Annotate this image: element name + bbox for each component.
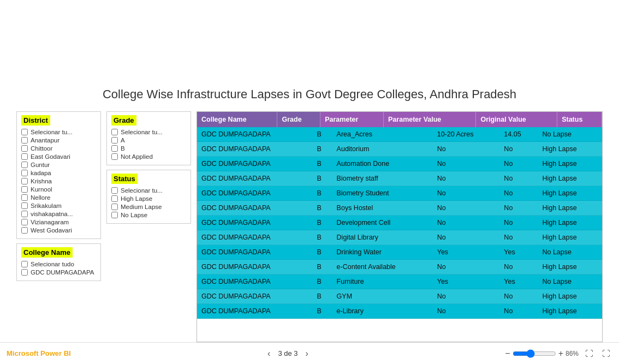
bottom-right-controls: − + 86% ⛶ ⛶ xyxy=(505,348,612,359)
table-row: GDC DUMPAGADAPABBoys HostelNoNoHigh Laps… xyxy=(197,201,602,216)
status-cell: High Lapse xyxy=(538,171,602,186)
table-row: GDC DUMPAGADAPABDigital LibraryNoNoHigh … xyxy=(197,230,602,245)
district-filter-title: District xyxy=(21,115,50,126)
district-checkbox-6[interactable] xyxy=(21,178,28,184)
district-checkbox-5[interactable] xyxy=(21,170,28,176)
table-row: GDC DUMPAGADAPABAutomation DoneNoNoHigh … xyxy=(197,157,602,171)
status-cell: High Lapse xyxy=(538,157,602,171)
district-checkbox-12[interactable] xyxy=(21,227,28,234)
col-header-college: College Name xyxy=(197,112,277,127)
table-row: GDC DUMPAGADAPABDevelopment CellNoNoHigh… xyxy=(197,216,602,230)
grade-checkbox-0[interactable] xyxy=(111,129,118,135)
page-title: College Wise Infrastructure Lapses in Go… xyxy=(16,87,603,102)
col-header-parameter: Parameter xyxy=(320,112,384,127)
district-checkbox-1[interactable] xyxy=(21,137,28,144)
college-filter-title: College Name xyxy=(21,247,73,258)
district-checkbox-4[interactable] xyxy=(21,162,28,168)
col-header-status: Status xyxy=(557,112,602,127)
col-header-orig-value: Original Value xyxy=(476,112,557,127)
grade-filter-title: Grade xyxy=(111,115,136,126)
district-checkbox-2[interactable] xyxy=(21,145,28,152)
status-cell: High Lapse xyxy=(538,201,602,216)
district-filter-items: Selecionar tu... Anantapur Chittoor East… xyxy=(21,129,96,234)
zoom-minus-btn[interactable]: − xyxy=(505,349,510,359)
district-checkbox-3[interactable] xyxy=(21,153,28,160)
focus-mode-btn[interactable]: ⛶ xyxy=(583,348,596,359)
table-row: GDC DUMPAGADAPABe-Content AvailableNoNoH… xyxy=(197,260,602,275)
district-checkbox-0[interactable] xyxy=(21,129,28,135)
grade-checkbox-1[interactable] xyxy=(111,137,118,144)
status-filter-title: Status xyxy=(111,174,138,184)
status-cell: No Lapse xyxy=(538,245,602,260)
pagination-text: 3 de 3 xyxy=(278,349,297,357)
district-checkbox-10[interactable] xyxy=(21,211,28,217)
district-checkbox-7[interactable] xyxy=(21,186,28,193)
col-header-param-value: Parameter Value xyxy=(384,112,476,127)
status-cell: High Lapse xyxy=(538,230,602,245)
status-cell: No Lapse xyxy=(538,127,602,142)
status-cell: High Lapse xyxy=(538,142,602,157)
table-row: GDC DUMPAGADAPABDrinking WaterYesYesNo L… xyxy=(197,245,602,260)
status-checkbox-2[interactable] xyxy=(111,204,118,210)
table-row: GDC DUMPAGADAPABe-LibraryNoNoHigh Lapse xyxy=(197,304,602,319)
status-checkbox-3[interactable] xyxy=(111,212,118,218)
zoom-value: 86% xyxy=(566,350,579,357)
bottom-bar: Microsoft Power BI ‹ 3 de 3 › − + 86% ⛶ … xyxy=(0,342,619,364)
pagination-controls: ‹ 3 de 3 › xyxy=(264,348,312,360)
status-cell: High Lapse xyxy=(538,216,602,230)
zoom-plus-btn[interactable]: + xyxy=(558,349,563,359)
data-table: College Name Grade Parameter Parameter V… xyxy=(197,112,602,127)
status-cell: High Lapse xyxy=(538,289,602,304)
zoom-slider[interactable] xyxy=(513,349,556,358)
pagination-prev[interactable]: ‹ xyxy=(264,348,273,360)
table-row: GDC DUMPAGADAPABBiometry StudentNoNoHigh… xyxy=(197,186,602,201)
table-row: GDC DUMPAGADAPABAuditoriumNoNoHigh Lapse xyxy=(197,142,602,157)
college-checkbox-1[interactable] xyxy=(21,269,28,276)
table-row: GDC DUMPAGADAPABGYMNoNoHigh Lapse xyxy=(197,289,602,304)
grade-checkbox-2[interactable] xyxy=(111,145,118,152)
status-checkbox-0[interactable] xyxy=(111,187,118,194)
fullscreen-btn[interactable]: ⛶ xyxy=(600,348,612,359)
status-checkbox-1[interactable] xyxy=(111,195,118,202)
status-cell: High Lapse xyxy=(538,186,602,201)
pagination-next[interactable]: › xyxy=(302,348,312,360)
data-table-container: College Name Grade Parameter Parameter V… xyxy=(197,111,603,342)
status-filter-panel: Status Selecionar tu... High Lapse Mediu… xyxy=(106,170,191,224)
district-filter-panel: District Selecionar tu... Anantapur Chit… xyxy=(16,111,101,239)
table-row: GDC DUMPAGADAPABArea_Acres10-20 Acres14.… xyxy=(197,127,602,142)
college-filter-panel: College Name Selecionar tudo GDC DUMPAGA… xyxy=(16,243,101,281)
status-cell: High Lapse xyxy=(538,260,602,275)
data-table-body: GDC DUMPAGADAPABArea_Acres10-20 Acres14.… xyxy=(197,127,602,319)
grade-checkbox-3[interactable] xyxy=(111,153,118,160)
table-row: GDC DUMPAGADAPABFurnitureYesYesNo Lapse xyxy=(197,275,602,289)
status-cell: No Lapse xyxy=(538,275,602,289)
district-checkbox-8[interactable] xyxy=(21,194,28,201)
status-cell: High Lapse xyxy=(538,304,602,319)
powerbi-branding[interactable]: Microsoft Power BI xyxy=(7,349,71,357)
zoom-controls: − + 86% xyxy=(505,349,579,359)
table-row: GDC DUMPAGADAPABBiometry staffNoNoHigh L… xyxy=(197,171,602,186)
col-header-grade: Grade xyxy=(277,112,320,127)
grade-filter-panel: Grade Selecionar tu... A B Not Applied xyxy=(106,111,191,165)
district-checkbox-9[interactable] xyxy=(21,202,28,209)
college-checkbox-0[interactable] xyxy=(21,261,28,267)
district-checkbox-11[interactable] xyxy=(21,219,28,225)
table-scroll-area[interactable]: GDC DUMPAGADAPABArea_Acres10-20 Acres14.… xyxy=(197,127,602,342)
